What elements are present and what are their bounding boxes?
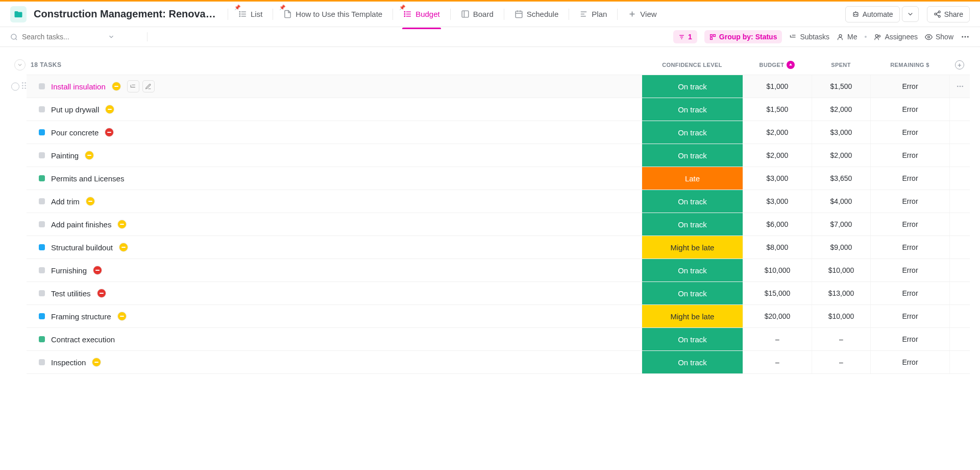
cell-remaining[interactable]: Error [870, 236, 949, 258]
search-input[interactable] [22, 33, 104, 41]
status-square[interactable] [39, 152, 45, 158]
cell-confidence[interactable]: On track [642, 98, 743, 121]
status-square[interactable] [39, 290, 45, 296]
task-name[interactable]: Furnishing [51, 266, 87, 275]
tab-plan[interactable]: Plan [573, 6, 613, 22]
status-square[interactable] [39, 221, 45, 227]
priority-badge[interactable] [92, 358, 101, 367]
tab-budget[interactable]: 📌 Budget [397, 6, 446, 22]
cell-more[interactable] [949, 144, 970, 167]
cell-confidence[interactable]: Might be late [642, 236, 743, 258]
priority-badge[interactable] [85, 151, 94, 160]
cell-budget[interactable]: $15,000 [743, 282, 812, 304]
cell-confidence[interactable]: On track [642, 75, 743, 98]
collapse-button[interactable] [14, 59, 26, 70]
cell-budget[interactable]: – [743, 351, 812, 373]
priority-badge[interactable] [112, 82, 121, 91]
status-square[interactable] [39, 106, 45, 112]
cell-more[interactable] [949, 75, 970, 98]
cell-budget[interactable]: $10,000 [743, 259, 812, 281]
cell-more[interactable] [949, 213, 970, 236]
task-name[interactable]: Install insulation [51, 82, 106, 91]
cell-more[interactable] [949, 259, 970, 281]
priority-badge[interactable] [97, 289, 106, 298]
status-square[interactable] [39, 198, 45, 204]
cell-remaining[interactable]: Error [870, 98, 949, 121]
table-row[interactable]: Furnishing On track $10,000 $10,000 Erro… [27, 259, 970, 282]
cell-more[interactable] [949, 121, 970, 144]
table-row[interactable]: Structural buildout Might be late $8,000… [27, 236, 970, 259]
task-name[interactable]: Structural buildout [51, 243, 113, 252]
table-row[interactable]: Add trim On track $3,000 $4,000 Error [27, 190, 970, 213]
search-box[interactable] [10, 33, 138, 41]
cell-more[interactable] [949, 282, 970, 304]
tab-board[interactable]: Board [455, 6, 500, 22]
cell-budget[interactable]: $2,000 [743, 121, 812, 144]
subtasks-toggle[interactable]: Subtasks [789, 33, 829, 41]
folder-icon[interactable] [10, 6, 27, 22]
cell-confidence[interactable]: On track [642, 213, 743, 236]
cell-more[interactable] [949, 236, 970, 258]
cell-confidence[interactable]: On track [642, 121, 743, 144]
cell-remaining[interactable]: Error [870, 121, 949, 144]
cell-spent[interactable]: – [812, 328, 870, 350]
more-menu[interactable] [961, 32, 970, 41]
table-row[interactable]: Permits and Licenses Late $3,000 $3,650 … [27, 167, 970, 190]
cell-remaining[interactable]: Error [870, 190, 949, 213]
select-circle-icon[interactable] [11, 82, 19, 90]
priority-badge[interactable] [117, 312, 127, 321]
status-square[interactable] [39, 267, 45, 273]
table-row[interactable]: Contract execution On track – – Error [27, 328, 970, 351]
cell-remaining[interactable]: Error [870, 351, 949, 373]
col-budget[interactable]: BUDGET [743, 61, 812, 69]
table-row[interactable]: Put up drywall On track $1,500 $2,000 Er… [27, 98, 970, 121]
task-name[interactable]: Test utilities [51, 289, 91, 298]
tab-add-view[interactable]: View [622, 6, 663, 22]
tab-schedule[interactable]: Schedule [508, 6, 565, 22]
cell-budget[interactable]: $20,000 [743, 305, 812, 327]
cell-budget[interactable]: $1,000 [743, 75, 812, 98]
priority-badge[interactable] [117, 220, 127, 229]
cell-spent[interactable]: – [812, 351, 870, 373]
status-square[interactable] [39, 83, 45, 89]
cell-remaining[interactable]: Error [870, 282, 949, 304]
cell-budget[interactable]: $2,000 [743, 144, 812, 167]
edit-icon[interactable] [142, 80, 155, 92]
cell-confidence[interactable]: On track [642, 282, 743, 304]
cell-remaining[interactable]: Error [870, 144, 949, 167]
cell-remaining[interactable]: Error [870, 213, 949, 236]
add-column[interactable]: + [949, 60, 970, 69]
cell-spent[interactable]: $10,000 [812, 259, 870, 281]
cell-budget[interactable]: $3,000 [743, 167, 812, 190]
cell-spent[interactable]: $10,000 [812, 305, 870, 327]
automate-dropdown[interactable] [902, 6, 919, 22]
tab-list[interactable]: 📌 List [232, 6, 268, 22]
status-square[interactable] [39, 244, 45, 250]
cell-remaining[interactable]: Error [870, 259, 949, 281]
cell-budget[interactable]: $1,500 [743, 98, 812, 121]
cell-spent[interactable]: $13,000 [812, 282, 870, 304]
cell-remaining[interactable]: Error [870, 75, 949, 98]
task-name[interactable]: Framing structure [51, 312, 111, 321]
task-name[interactable]: Add paint finishes [51, 220, 111, 229]
task-name[interactable]: Pour concrete [51, 128, 99, 137]
col-confidence[interactable]: CONFIDENCE LEVEL [642, 62, 743, 68]
cell-spent[interactable]: $7,000 [812, 213, 870, 236]
status-square[interactable] [39, 129, 45, 135]
table-row[interactable]: Inspection On track – – Error [27, 351, 970, 374]
table-row[interactable]: Framing structure Might be late $20,000 … [27, 305, 970, 328]
cell-more[interactable] [949, 305, 970, 327]
task-name[interactable]: Contract execution [51, 335, 115, 344]
cell-remaining[interactable]: Error [870, 167, 949, 190]
table-row[interactable]: Painting On track $2,000 $2,000 Error [27, 144, 970, 167]
show-toggle[interactable]: Show [925, 33, 953, 41]
cell-confidence[interactable]: On track [642, 328, 743, 350]
cell-budget[interactable]: – [743, 328, 812, 350]
cell-confidence[interactable]: On track [642, 351, 743, 373]
cell-spent[interactable]: $9,000 [812, 236, 870, 258]
me-filter[interactable]: Me [837, 33, 857, 41]
priority-badge[interactable] [93, 266, 102, 275]
cell-budget[interactable]: $6,000 [743, 213, 812, 236]
status-square[interactable] [39, 175, 45, 181]
priority-badge[interactable] [105, 105, 114, 114]
